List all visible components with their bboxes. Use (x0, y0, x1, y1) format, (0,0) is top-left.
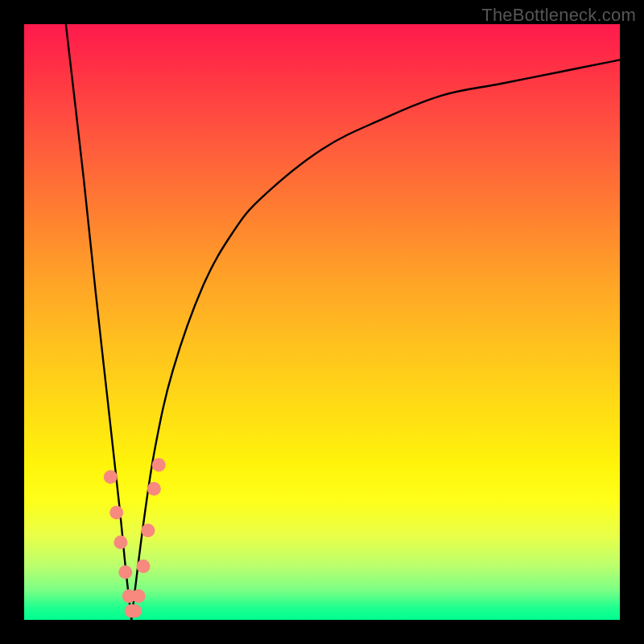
curves-svg (24, 24, 620, 620)
data-marker (152, 458, 166, 472)
data-marker (147, 482, 161, 496)
right-branch-curve (131, 60, 620, 620)
chart-frame: TheBottleneck.com (0, 0, 644, 644)
watermark-text: TheBottleneck.com (481, 5, 636, 26)
left-branch-curve (66, 24, 131, 620)
data-marker (132, 589, 146, 603)
plot-area (24, 24, 620, 620)
data-marker (141, 524, 155, 538)
data-marker (109, 506, 123, 519)
data-marker (114, 535, 127, 549)
data-marker (137, 559, 151, 573)
data-marker (118, 565, 132, 579)
data-marker (128, 604, 142, 617)
marker-group (104, 458, 166, 617)
data-marker (104, 470, 118, 484)
